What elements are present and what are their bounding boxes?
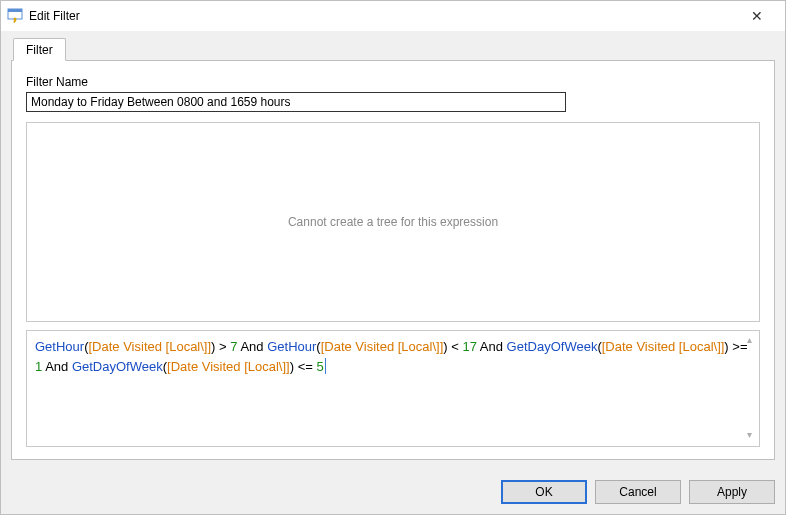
tab-panel: Filter Name Cannot create a tree for thi… — [11, 60, 775, 460]
tree-empty-message: Cannot create a tree for this expression — [288, 215, 498, 229]
expr-token-func: GetDayOfWeek — [72, 359, 163, 374]
dialog-button-row: OK Cancel Apply — [1, 470, 785, 514]
expr-token-num: 17 — [462, 339, 476, 354]
expr-token-kw: And — [45, 359, 68, 374]
expression-text[interactable]: GetHour([Date Visited [Local\]]) > 7 And… — [35, 339, 748, 374]
expr-token-func: GetHour — [267, 339, 316, 354]
expr-token-op: <= — [298, 359, 313, 374]
titlebar: Edit Filter ✕ — [1, 1, 785, 31]
expr-token-kw: And — [480, 339, 503, 354]
client-area: Filter Filter Name Cannot create a tree … — [1, 31, 785, 470]
expr-token-op: > — [219, 339, 227, 354]
expr-token-field: [Date Visited [Local\]] — [321, 339, 444, 354]
expr-token-num: 1 — [35, 359, 42, 374]
expr-token-kw: And — [240, 339, 263, 354]
expr-token-num: 5 — [316, 359, 323, 374]
tabstrip: Filter — [11, 39, 775, 61]
expr-token-paren: ) — [211, 339, 215, 354]
expr-token-paren: ) — [724, 339, 728, 354]
expr-token-paren: ) — [290, 359, 294, 374]
expr-token-field: [Date Visited [Local\]] — [167, 359, 290, 374]
close-icon[interactable]: ✕ — [737, 4, 777, 28]
text-caret — [325, 358, 326, 374]
filter-name-label: Filter Name — [26, 75, 760, 89]
expr-token-num: 7 — [230, 339, 237, 354]
expr-token-op: < — [451, 339, 459, 354]
expr-token-func: GetHour — [35, 339, 84, 354]
edit-filter-window: Edit Filter ✕ Filter Filter Name Cannot … — [0, 0, 786, 515]
app-icon — [7, 8, 23, 24]
ok-button[interactable]: OK — [501, 480, 587, 504]
expr-token-field: [Date Visited [Local\]] — [602, 339, 725, 354]
expr-token-func: GetDayOfWeek — [507, 339, 598, 354]
expr-token-paren: ) — [443, 339, 447, 354]
svg-rect-1 — [8, 9, 22, 12]
filter-name-input[interactable] — [26, 92, 566, 112]
expression-editor[interactable]: ▴ GetHour([Date Visited [Local\]]) > 7 A… — [26, 330, 760, 447]
scroll-down-icon[interactable]: ▾ — [743, 430, 755, 442]
apply-button[interactable]: Apply — [689, 480, 775, 504]
expression-tree-panel: Cannot create a tree for this expression — [26, 122, 760, 322]
cancel-button[interactable]: Cancel — [595, 480, 681, 504]
expr-token-field: [Date Visited [Local\]] — [88, 339, 211, 354]
window-title: Edit Filter — [29, 9, 737, 23]
tab-filter[interactable]: Filter — [13, 38, 66, 61]
scroll-up-icon[interactable]: ▴ — [743, 335, 755, 347]
